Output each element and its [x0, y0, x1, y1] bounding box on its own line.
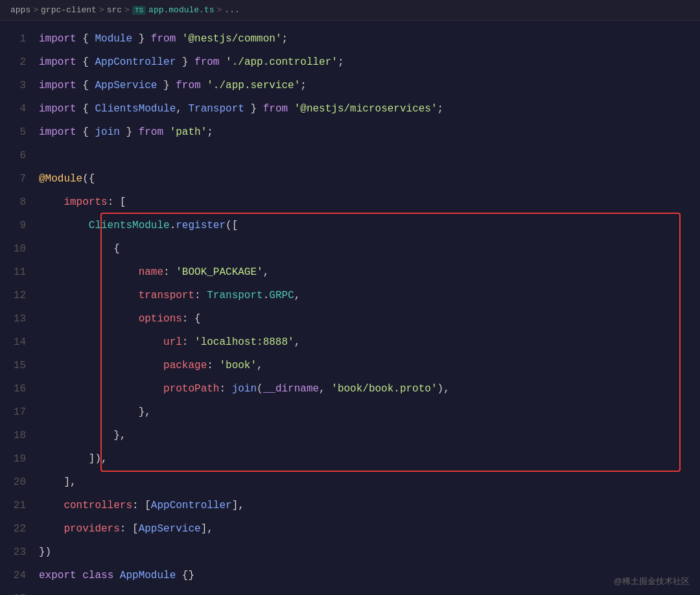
token: class	[82, 570, 113, 581]
token: :	[163, 266, 176, 278]
token	[219, 56, 226, 68]
token: ,	[263, 266, 270, 278]
token: }	[132, 33, 151, 45]
token: @Module	[39, 173, 82, 185]
line-number: 12	[0, 284, 39, 307]
token: {	[76, 126, 95, 138]
token	[39, 383, 163, 395]
breadcrumb-apps: apps	[10, 5, 30, 15]
line-number: 24	[0, 564, 39, 587]
token: transport	[139, 290, 194, 301]
token: 'book/book.proto'	[331, 383, 437, 395]
token: : [	[120, 523, 139, 535]
line-content: ClientsModule.register([	[39, 214, 700, 237]
sep4: >	[217, 5, 222, 15]
token: }	[176, 56, 194, 68]
token: export	[39, 570, 76, 581]
token: '@nestjs/common'	[182, 33, 282, 45]
token: AppModule	[120, 570, 176, 581]
token: ([	[226, 220, 238, 231]
token: ;	[338, 56, 344, 68]
line-content: protoPath: join(__dirname, 'book/book.pr…	[39, 377, 700, 401]
token	[39, 196, 64, 208]
token: },	[39, 406, 151, 418]
token: ,	[294, 290, 301, 301]
line-number: 2	[0, 51, 39, 74]
line-content: url: 'localhost:8888',	[39, 331, 700, 354]
token: .	[263, 290, 270, 301]
code-line: 12 transport: Transport.GRPC,	[0, 284, 700, 307]
token: ),	[438, 383, 450, 395]
token: {	[39, 243, 120, 255]
code-line: 13 options: {	[0, 307, 700, 331]
token: from	[194, 56, 219, 68]
token: ;	[207, 126, 213, 138]
line-number: 3	[0, 74, 39, 97]
token: },	[39, 430, 126, 441]
breadcrumb-src: src	[107, 5, 122, 15]
code-line: 9 ClientsModule.register([	[0, 214, 700, 237]
line-number: 17	[0, 401, 39, 424]
token: 'BOOK_PACKAGE'	[176, 266, 262, 278]
token: }	[157, 80, 176, 91]
code-line: 8 imports: [	[0, 191, 700, 214]
token: import	[39, 33, 76, 45]
token: import	[39, 126, 76, 138]
line-number: 25	[0, 587, 39, 595]
token	[76, 570, 83, 581]
token: : [	[108, 196, 126, 208]
token: from	[263, 103, 288, 115]
line-number: 13	[0, 307, 39, 331]
token: 'localhost:8888'	[194, 336, 294, 348]
line-number: 23	[0, 541, 39, 564]
token: AppController	[95, 56, 176, 68]
token: ,	[176, 103, 188, 115]
sep3: >	[124, 5, 130, 15]
token: :	[194, 290, 207, 301]
token: :	[219, 383, 231, 395]
token: imports	[64, 196, 107, 208]
line-number: 7	[0, 167, 39, 191]
token: ClientsModule	[95, 103, 176, 115]
token	[39, 220, 89, 231]
token: package	[163, 360, 207, 371]
token	[39, 523, 64, 535]
token: }	[120, 126, 139, 138]
watermark: @稀土掘金技术社区	[614, 576, 690, 587]
code-line: 21 controllers: [AppController],	[0, 494, 700, 517]
token: .	[170, 220, 176, 231]
line-content: controllers: [AppController],	[39, 494, 700, 517]
line-number: 21	[0, 494, 39, 517]
line-content: import { ClientsModule, Transport } from…	[39, 97, 700, 121]
token: controllers	[64, 500, 132, 511]
token: ],	[39, 476, 76, 488]
token: join	[232, 383, 257, 395]
token: Transport	[207, 290, 262, 301]
code-line: 2import { AppController } from './app.co…	[0, 51, 700, 74]
token: : [	[132, 500, 151, 511]
token: AppService	[95, 80, 157, 91]
line-number: 5	[0, 121, 39, 144]
line-content: ],	[39, 471, 700, 494]
token: './app.service'	[207, 80, 300, 91]
line-number: 18	[0, 424, 39, 447]
line-content: options: {	[39, 307, 700, 331]
token	[39, 266, 139, 278]
token: {	[76, 103, 95, 115]
token: Transport	[188, 103, 244, 115]
token: : {	[182, 313, 201, 325]
token	[39, 313, 139, 325]
token: GRPC	[269, 290, 294, 301]
code-line: 16 protoPath: join(__dirname, 'book/book…	[0, 377, 700, 401]
token: 'book'	[219, 360, 257, 371]
token: ,	[319, 383, 331, 395]
token: ;	[438, 103, 444, 115]
code-line: 23})	[0, 541, 700, 564]
code-line: 15 package: 'book',	[0, 354, 700, 377]
line-content: ]),	[39, 447, 700, 471]
line-number: 4	[0, 97, 39, 121]
code-line: 6	[0, 144, 700, 167]
line-number: 6	[0, 144, 39, 167]
token	[39, 500, 64, 511]
line-number: 8	[0, 191, 39, 214]
